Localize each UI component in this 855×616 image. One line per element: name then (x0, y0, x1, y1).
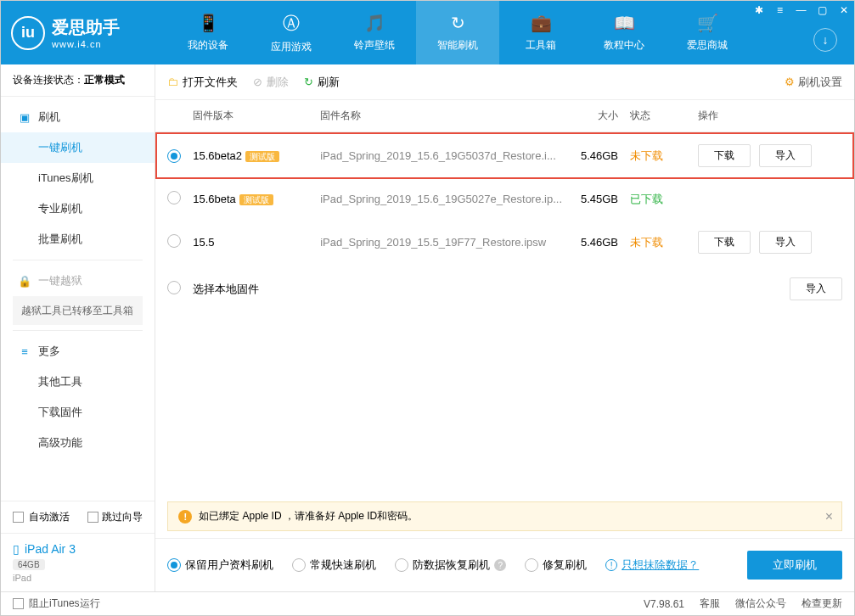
auto-activate-checkbox[interactable] (13, 512, 24, 523)
appleid-alert: ! 如已绑定 Apple ID ，请准备好 Apple ID和密码。 × (167, 501, 842, 531)
firmware-row-local[interactable]: 选择本地固件 导入 (155, 266, 854, 312)
firmware-list: 15.6beta2测试版 iPad_Spring_2019_15.6_19G50… (155, 132, 854, 495)
opt-normal[interactable]: 常规快速刷机 (292, 557, 376, 573)
tab-store[interactable]: 🛒爱思商城 (666, 1, 749, 64)
radio-unselected[interactable] (167, 281, 181, 294)
toolbox-icon: 💼 (531, 13, 552, 33)
refresh-icon: ↻ (451, 13, 465, 33)
book-icon: 📖 (614, 13, 635, 33)
jailbreak-note: 越狱工具已转移至工具箱 (13, 296, 143, 325)
download-button[interactable]: 下载 (698, 144, 751, 167)
lock-icon: 🔒 (18, 275, 31, 288)
import-button[interactable]: 导入 (790, 277, 842, 300)
beta-tag: 测试版 (239, 194, 273, 205)
app-url: www.i4.cn (52, 39, 120, 49)
support-link[interactable]: 客服 (700, 596, 720, 611)
version-label: V7.98.61 (644, 598, 684, 610)
cart-icon: 🛒 (697, 13, 718, 33)
tab-apps[interactable]: Ⓐ应用游戏 (250, 1, 333, 64)
opt-keep-data[interactable]: 保留用户资料刷机 (167, 557, 273, 573)
connection-status: 设备连接状态：正常模式 (1, 64, 155, 97)
block-itunes-checkbox[interactable] (13, 598, 24, 609)
sidebar-item-oneclick[interactable]: 一键刷机 (1, 132, 155, 163)
logo-badge: iu (11, 16, 45, 50)
import-button[interactable]: 导入 (759, 144, 812, 167)
app-header: iu 爱思助手 www.i4.cn 📱我的设备 Ⓐ应用游戏 🎵铃声壁纸 ↻智能刷… (1, 1, 854, 64)
flash-now-button[interactable]: 立即刷机 (747, 551, 842, 580)
sidebar-item-advanced[interactable]: 高级功能 (1, 428, 155, 458)
footer: 阻止iTunes运行 V7.98.61 客服 微信公众号 检查更新 (1, 591, 854, 615)
auto-activate-row: 自动激活 跳过向导 (1, 501, 155, 533)
menu-icon[interactable]: ≡ (769, 1, 790, 20)
info-icon[interactable]: ! (605, 559, 617, 571)
gear-icon: ⚙ (785, 76, 795, 88)
tab-ringtones[interactable]: 🎵铃声壁纸 (333, 1, 416, 64)
download-indicator-icon[interactable]: ↓ (813, 28, 837, 52)
sidebar-more-group[interactable]: ≡更多 (1, 336, 155, 367)
firmware-row[interactable]: 15.6beta测试版 iPad_Spring_2019_15.6_19G502… (155, 179, 854, 219)
delete-icon: ⊘ (253, 76, 262, 88)
info-icon[interactable]: ? (494, 559, 506, 571)
alert-close-icon[interactable]: × (825, 509, 833, 524)
download-button[interactable]: 下载 (698, 231, 751, 254)
flash-settings-button[interactable]: ⚙刷机设置 (785, 75, 842, 90)
sidebar-flash-group[interactable]: ▣刷机 (1, 102, 155, 132)
import-button[interactable]: 导入 (759, 231, 812, 254)
beta-tag: 测试版 (245, 151, 279, 162)
maximize-icon[interactable]: ▢ (812, 1, 833, 20)
sidebar-item-download[interactable]: 下载固件 (1, 397, 155, 428)
music-icon: 🎵 (364, 13, 385, 33)
firmware-row[interactable]: 15.6beta2测试版 iPad_Spring_2019_15.6_19G50… (155, 132, 854, 179)
erase-data-link[interactable]: 只想抹除数据？ (622, 557, 699, 573)
sidebar-item-other[interactable]: 其他工具 (1, 367, 155, 397)
tab-toolbox[interactable]: 💼工具箱 (499, 1, 582, 64)
logo-area: iu 爱思助手 www.i4.cn (1, 16, 166, 50)
flash-icon: ▣ (18, 111, 31, 124)
close-icon[interactable]: ✕ (833, 1, 854, 20)
toolbar: 🗀打开文件夹 ⊘删除 ↻刷新 ⚙刷机设置 (155, 64, 854, 100)
flash-options: 保留用户资料刷机 常规快速刷机 防数据恢复刷机? 修复刷机 !只想抹除数据？ 立… (155, 538, 854, 591)
tab-my-device[interactable]: 📱我的设备 (166, 1, 250, 64)
sidebar: 设备连接状态：正常模式 ▣刷机 一键刷机 iTunes刷机 专业刷机 批量刷机 … (1, 64, 155, 591)
window-controls: ✱ ≡ — ▢ ✕ (748, 1, 854, 20)
storage-badge: 64GB (13, 559, 45, 570)
apps-icon: Ⓐ (283, 12, 300, 35)
opt-repair[interactable]: 修复刷机 (525, 557, 587, 573)
skin-icon[interactable]: ✱ (748, 1, 769, 20)
folder-icon: 🗀 (167, 76, 178, 88)
check-update-link[interactable]: 检查更新 (802, 596, 842, 611)
opt-anti-recovery[interactable]: 防数据恢复刷机? (395, 557, 506, 573)
sidebar-item-pro[interactable]: 专业刷机 (1, 193, 155, 224)
sidebar-item-itunes[interactable]: iTunes刷机 (1, 163, 155, 193)
more-icon: ≡ (18, 345, 31, 358)
table-header: 固件版本 固件名称 大小 状态 操作 (155, 100, 854, 132)
sidebar-item-batch[interactable]: 批量刷机 (1, 224, 155, 255)
device-type: iPad (13, 573, 143, 583)
skip-guide-checkbox[interactable] (87, 512, 98, 523)
radio-unselected[interactable] (167, 234, 181, 248)
main-panel: 🗀打开文件夹 ⊘删除 ↻刷新 ⚙刷机设置 固件版本 固件名称 大小 状态 操作 … (155, 64, 854, 591)
warning-icon: ! (178, 510, 192, 524)
radio-unselected[interactable] (167, 191, 181, 204)
open-folder-button[interactable]: 🗀打开文件夹 (167, 75, 238, 90)
phone-icon: 📱 (198, 13, 219, 33)
sidebar-jailbreak: 🔒一键越狱 (1, 266, 155, 296)
refresh-button[interactable]: ↻刷新 (304, 75, 340, 90)
app-title: 爱思助手 (52, 16, 120, 39)
device-icon: ▯ (13, 542, 20, 556)
tab-flash[interactable]: ↻智能刷机 (416, 1, 499, 64)
minimize-icon[interactable]: — (790, 1, 812, 20)
device-card[interactable]: ▯iPad Air 3 64GB iPad (1, 533, 155, 591)
wechat-link[interactable]: 微信公众号 (735, 596, 786, 611)
radio-selected[interactable] (167, 149, 181, 163)
refresh-icon: ↻ (304, 76, 313, 88)
firmware-row[interactable]: 15.5 iPad_Spring_2019_15.5_19F77_Restore… (155, 219, 854, 266)
tab-tutorials[interactable]: 📖教程中心 (582, 1, 666, 64)
delete-button[interactable]: ⊘删除 (253, 75, 289, 90)
